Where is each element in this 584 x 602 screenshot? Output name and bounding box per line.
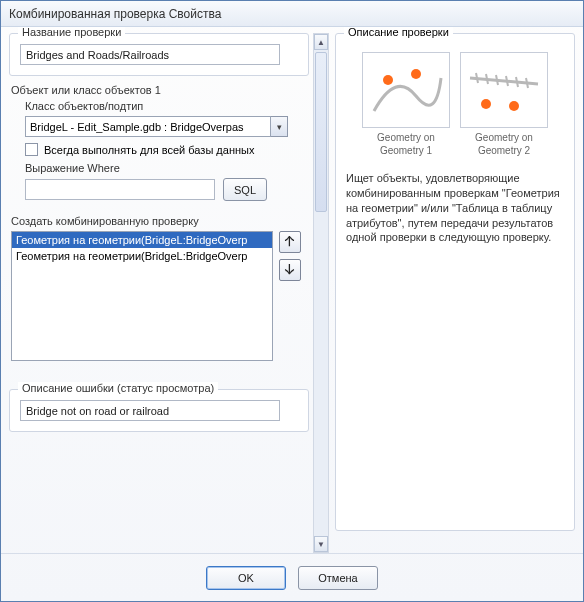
- error-description-group: Описание ошибки (статус просмотра): [9, 389, 309, 432]
- error-description-input[interactable]: [20, 400, 280, 421]
- sql-button[interactable]: SQL: [223, 178, 267, 201]
- thumbnail-2: Geometry on Geometry 2: [460, 52, 548, 157]
- composite-listbox[interactable]: Геометрия на геометрии(BridgeL:BridgeOve…: [11, 231, 273, 361]
- feature-subtype-label: Класс объектов/подтип: [25, 100, 307, 112]
- feature-class-label: Объект или класс объектов 1: [11, 84, 307, 96]
- svg-line-2: [476, 73, 478, 83]
- thumbnail-1-label: Geometry on Geometry 1: [362, 132, 450, 157]
- feature-combo-text: BridgeL - Edit_Sample.gdb : BridgeOverpa…: [30, 121, 244, 133]
- check-name-group: Название проверки: [9, 33, 309, 76]
- geometry-icon: [366, 56, 446, 124]
- feature-combo-dropdown-button[interactable]: ▾: [271, 116, 288, 137]
- scroll-down-button[interactable]: ▼: [314, 536, 328, 552]
- check-description-legend: Описание проверки: [344, 27, 453, 38]
- always-run-checkbox[interactable]: [25, 143, 38, 156]
- cancel-button[interactable]: Отмена: [298, 566, 378, 590]
- feature-class-section: Объект или класс объектов 1 Класс объект…: [9, 84, 309, 201]
- thumbnails-row: Geometry on Geometry 1: [346, 52, 564, 157]
- svg-line-3: [486, 74, 488, 84]
- create-composite-section: Создать комбинированную проверку Геометр…: [9, 215, 309, 361]
- check-description-group: Описание проверки Geometry on Geometry 1: [335, 33, 575, 531]
- reorder-buttons: 🡡 🡣: [279, 231, 301, 361]
- dialog-window: Комбинированная проверка Свойства Назван…: [0, 0, 584, 602]
- arrow-up-icon: 🡡: [284, 235, 296, 249]
- content-area: Название проверки Объект или класс объек…: [1, 27, 583, 553]
- vertical-scrollbar[interactable]: ▲ ▼: [313, 33, 331, 553]
- scroll-up-button[interactable]: ▲: [314, 34, 328, 50]
- scroll-thumb[interactable]: [315, 52, 327, 212]
- check-name-legend: Название проверки: [18, 27, 125, 38]
- svg-point-9: [509, 101, 519, 111]
- thumbnail-2-label: Geometry on Geometry 2: [460, 132, 548, 157]
- always-run-row: Всегда выполнять для всей базы данных: [25, 143, 307, 156]
- ok-button[interactable]: OK: [206, 566, 286, 590]
- move-down-button[interactable]: 🡣: [279, 259, 301, 281]
- titlebar: Комбинированная проверка Свойства: [1, 1, 583, 27]
- feature-combo-row: BridgeL - Edit_Sample.gdb : BridgeOverpa…: [25, 116, 307, 137]
- thumbnail-1-image: [362, 52, 450, 128]
- svg-line-5: [506, 76, 508, 86]
- svg-point-0: [383, 75, 393, 85]
- left-column: Название проверки Объект или класс объек…: [9, 33, 309, 553]
- list-row: Геометрия на геометрии(BridgeL:BridgeOve…: [11, 231, 307, 361]
- feature-combo[interactable]: BridgeL - Edit_Sample.gdb : BridgeOverpa…: [25, 116, 271, 137]
- chevron-down-icon: ▾: [277, 122, 282, 132]
- chevron-up-icon: ▲: [317, 38, 325, 47]
- list-item[interactable]: Геометрия на геометрии(BridgeL:BridgeOve…: [12, 248, 272, 264]
- arrow-down-icon: 🡣: [284, 263, 296, 277]
- check-name-input[interactable]: [20, 44, 280, 65]
- svg-point-1: [411, 69, 421, 79]
- always-run-label: Всегда выполнять для всей базы данных: [44, 144, 254, 156]
- where-input[interactable]: [25, 179, 215, 200]
- error-legend: Описание ошибки (статус просмотра): [18, 382, 218, 394]
- svg-line-6: [516, 77, 518, 87]
- where-label: Выражение Where: [25, 162, 307, 174]
- geometry-icon: [464, 56, 544, 124]
- dialog-footer: OK Отмена: [1, 553, 583, 601]
- svg-line-4: [496, 75, 498, 85]
- window-title: Комбинированная проверка Свойства: [9, 7, 221, 21]
- thumbnail-1: Geometry on Geometry 1: [362, 52, 450, 157]
- check-description-text: Ищет объекты, удовлетворяющие комбиниров…: [346, 171, 564, 245]
- right-column: Описание проверки Geometry on Geometry 1: [335, 33, 575, 553]
- svg-point-8: [481, 99, 491, 109]
- where-row: SQL: [25, 178, 307, 201]
- move-up-button[interactable]: 🡡: [279, 231, 301, 253]
- svg-line-7: [526, 78, 528, 88]
- thumbnail-2-image: [460, 52, 548, 128]
- scroll-track: ▲ ▼: [313, 33, 329, 553]
- chevron-down-icon: ▼: [317, 540, 325, 549]
- list-item[interactable]: Геометрия на геометрии(BridgeL:BridgeOve…: [12, 232, 272, 248]
- create-composite-label: Создать комбинированную проверку: [11, 215, 307, 227]
